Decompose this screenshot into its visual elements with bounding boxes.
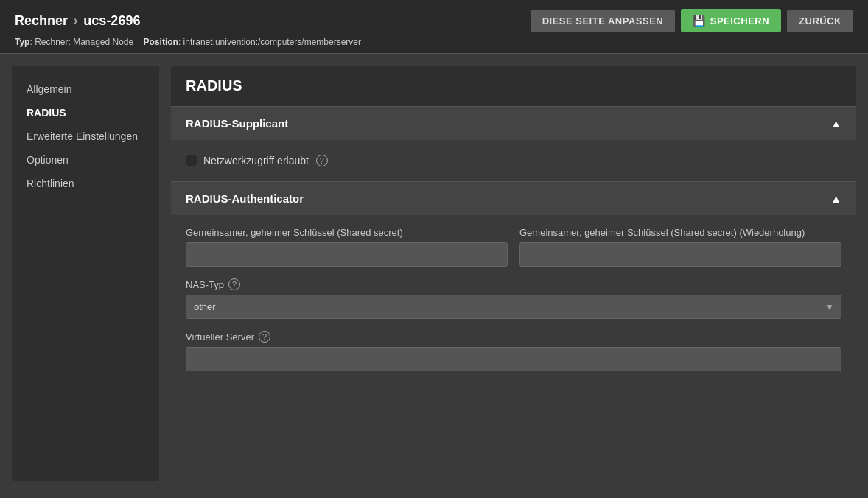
netzwerkzugriff-help-icon[interactable]: ? [316, 155, 328, 166]
supplicant-chevron-icon: ▲ [830, 117, 841, 130]
virtual-server-row: Virtueller Server ? [186, 331, 841, 371]
content-title: RADIUS [171, 66, 856, 106]
supplicant-section-body: Netzwerkzugriff erlaubt ? [171, 140, 856, 181]
speichern-button[interactable]: 💾 SPEICHERN [681, 9, 781, 32]
anpassen-button[interactable]: DIESE SEITE ANPASSEN [531, 10, 676, 32]
supplicant-section-header[interactable]: RADIUS-Supplicant ▲ [171, 106, 856, 140]
nas-typ-select-wrapper: other ethernet wireless virtual concentr… [186, 295, 841, 319]
netzwerkzugriff-checkbox[interactable] [186, 155, 197, 166]
authenticator-heading: RADIUS-Authenticator [186, 192, 304, 205]
shared-secret-repeat-input[interactable] [519, 242, 841, 267]
sidebar-item-optionen[interactable]: Optionen [12, 148, 159, 172]
main-layout: Allgemein RADIUS Erweiterte Einstellunge… [0, 54, 868, 493]
breadcrumb-parent[interactable]: Rechner [15, 13, 68, 29]
sidebar-item-richtlinien[interactable]: Richtlinien [12, 172, 159, 195]
typ-value: Rechner: Managed Node [35, 37, 133, 47]
authenticator-section: RADIUS-Authenticator ▲ Gemeinsamer, gehe… [171, 181, 856, 383]
zuruck-button[interactable]: ZURÜCK [787, 10, 853, 32]
content-area: RADIUS RADIUS-Supplicant ▲ Netzwerkzugri… [171, 66, 856, 481]
netzwerkzugriff-row: Netzwerkzugriff erlaubt ? [186, 155, 841, 166]
virtual-server-group: Virtueller Server ? [186, 331, 841, 371]
position-label: Position [144, 37, 178, 47]
breadcrumb: Rechner › ucs-2696 [15, 13, 140, 29]
header: Rechner › ucs-2696 DIESE SEITE ANPASSEN … [0, 0, 868, 54]
shared-secret-group: Gemeinsamer, geheimer Schlüssel (Shared … [186, 227, 508, 267]
header-top: Rechner › ucs-2696 DIESE SEITE ANPASSEN … [15, 9, 853, 32]
virtual-server-input[interactable] [186, 347, 841, 371]
nas-typ-row: NAS-Typ ? other ethernet wireless virtua… [186, 278, 841, 319]
breadcrumb-current: ucs-2696 [83, 13, 140, 29]
breadcrumb-separator: › [74, 14, 77, 27]
sidebar-item-erweiterte[interactable]: Erweiterte Einstellungen [12, 124, 159, 148]
sidebar-item-allgemein[interactable]: Allgemein [12, 77, 159, 101]
supplicant-heading: RADIUS-Supplicant [186, 117, 288, 130]
authenticator-section-body: Gemeinsamer, geheimer Schlüssel (Shared … [171, 215, 856, 383]
save-icon: 💾 [693, 15, 706, 27]
nas-typ-select[interactable]: other ethernet wireless virtual concentr… [186, 295, 841, 319]
sidebar: Allgemein RADIUS Erweiterte Einstellunge… [12, 66, 159, 481]
header-meta: Typ: Rechner: Managed Node Position: int… [15, 37, 853, 47]
shared-secret-repeat-label: Gemeinsamer, geheimer Schlüssel (Shared … [519, 227, 841, 238]
position-value: intranet.univention:/computers/memberser… [183, 37, 361, 47]
speichern-label: SPEICHERN [710, 15, 769, 27]
virtual-server-help-icon[interactable]: ? [259, 331, 270, 343]
nas-typ-label: NAS-Typ ? [186, 278, 841, 290]
virtual-server-label: Virtueller Server ? [186, 331, 841, 343]
nas-typ-help-icon[interactable]: ? [228, 278, 240, 290]
sidebar-item-radius[interactable]: RADIUS [12, 101, 159, 124]
shared-secret-label: Gemeinsamer, geheimer Schlüssel (Shared … [186, 227, 508, 238]
authenticator-section-header[interactable]: RADIUS-Authenticator ▲ [171, 181, 856, 215]
typ-label: Typ [15, 37, 29, 47]
supplicant-section: RADIUS-Supplicant ▲ Netzwerkzugriff erla… [171, 106, 856, 181]
authenticator-chevron-icon: ▲ [830, 192, 841, 205]
nas-typ-group: NAS-Typ ? other ethernet wireless virtua… [186, 278, 841, 319]
shared-secret-grid: Gemeinsamer, geheimer Schlüssel (Shared … [186, 227, 841, 267]
shared-secret-input[interactable] [186, 242, 508, 267]
header-buttons: DIESE SEITE ANPASSEN 💾 SPEICHERN ZURÜCK [531, 9, 853, 32]
shared-secret-repeat-group: Gemeinsamer, geheimer Schlüssel (Shared … [519, 227, 841, 267]
netzwerkzugriff-label: Netzwerkzugriff erlaubt [203, 155, 309, 166]
